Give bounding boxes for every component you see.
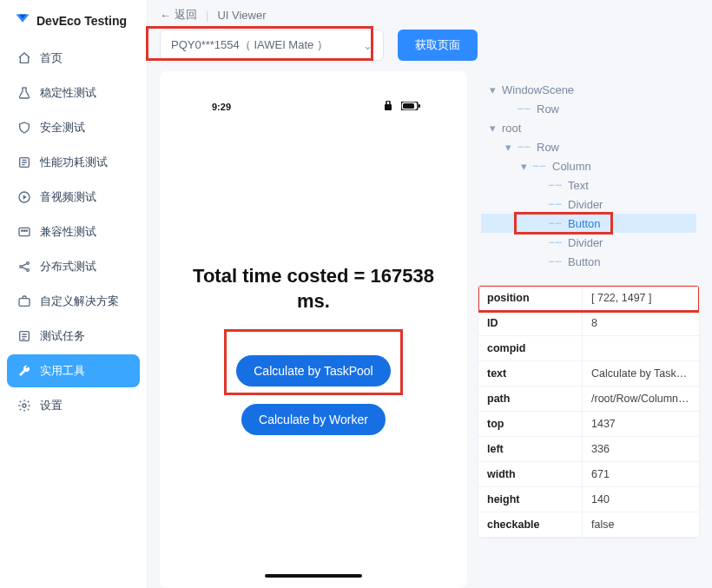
briefcase-icon bbox=[17, 294, 31, 308]
tree-node-label: Divider bbox=[568, 236, 603, 249]
tool-icon bbox=[17, 364, 31, 378]
tree-node-4[interactable]: ▾┄┄Column bbox=[481, 156, 696, 175]
arrow-left-icon: ← bbox=[160, 9, 171, 22]
tree-node-0[interactable]: ▾WindowScene bbox=[481, 80, 696, 99]
tree-connector-icon: ┄┄ bbox=[533, 161, 547, 172]
svg-point-4 bbox=[23, 230, 24, 231]
prop-row-width[interactable]: width671 bbox=[478, 462, 699, 487]
tree-expand-icon: ▾ bbox=[486, 122, 498, 135]
main: ← 返回 | UI Viewer PQY0***1554（ IAWEI Mate… bbox=[148, 0, 712, 588]
result-text: Total time costed = 167538 ms. bbox=[186, 264, 441, 314]
prop-row-path[interactable]: path/root/Row/Column/Bu bbox=[478, 386, 699, 412]
tree-node-label: Column bbox=[552, 160, 591, 173]
tree-expand-icon: ▾ bbox=[486, 83, 498, 96]
tree-node-9[interactable]: ┄┄Button bbox=[481, 252, 696, 271]
properties-table: position[ 722, 1497 ]ID8compidtextCalcul… bbox=[478, 285, 700, 538]
sidebar-nav: 首页稳定性测试安全测试性能功耗测试音视频测试兼容性测试分布式测试自定义解决方案测… bbox=[7, 42, 140, 422]
tree-node-3[interactable]: ▾┄┄Row bbox=[481, 137, 696, 156]
sidebar-item-7[interactable]: 自定义解决方案 bbox=[7, 285, 140, 318]
prop-row-position[interactable]: position[ 722, 1497 ] bbox=[478, 286, 699, 311]
prop-val: /root/Row/Column/Bu bbox=[583, 386, 699, 411]
fetch-page-button[interactable]: 获取页面 bbox=[398, 30, 478, 61]
prop-row-left[interactable]: left336 bbox=[478, 437, 699, 462]
tree-connector-icon: ┄┄ bbox=[518, 103, 531, 115]
sidebar-item-0[interactable]: 首页 bbox=[7, 42, 140, 75]
tree-node-label: Button bbox=[568, 255, 601, 268]
battery-icon bbox=[401, 102, 420, 112]
svg-rect-12 bbox=[385, 104, 392, 110]
calculate-taskpool-label: Calculate by TaskPool bbox=[254, 364, 372, 378]
tree-node-label: root bbox=[502, 122, 521, 135]
sidebar-item-1[interactable]: 稳定性测试 bbox=[7, 76, 140, 109]
gauge-icon bbox=[17, 155, 31, 169]
brand-name: DevEco Testing bbox=[36, 14, 127, 28]
device-selector[interactable]: PQY0***1554（ IAWEI Mate ） ⌄ bbox=[160, 30, 384, 61]
tree-node-1[interactable]: ┄┄Row bbox=[481, 99, 696, 118]
beaker-icon bbox=[17, 86, 31, 100]
tree-node-2[interactable]: ▾root bbox=[481, 118, 696, 137]
toolbar: PQY0***1554（ IAWEI Mate ） ⌄ 获取页面 bbox=[148, 28, 712, 71]
sidebar-item-4[interactable]: 音视频测试 bbox=[7, 181, 140, 214]
chevron-down-icon: ⌄ bbox=[363, 39, 372, 52]
sidebar-item-label: 性能功耗测试 bbox=[40, 155, 108, 170]
device-preview: 9:29 Total time costed = 167538 ms. Calc… bbox=[160, 71, 467, 588]
prop-row-checkable[interactable]: checkablefalse bbox=[478, 512, 699, 538]
sidebar-item-10[interactable]: 设置 bbox=[7, 389, 140, 422]
prop-key: path bbox=[478, 386, 583, 411]
home-icon bbox=[17, 51, 31, 65]
sidebar-item-5[interactable]: 兼容性测试 bbox=[7, 215, 140, 248]
prop-key: width bbox=[478, 462, 583, 486]
svg-point-11 bbox=[23, 404, 26, 407]
tree-node-label: Row bbox=[537, 141, 559, 154]
svg-rect-15 bbox=[419, 104, 420, 108]
shield-icon bbox=[17, 121, 31, 135]
sidebar-item-label: 测试任务 bbox=[40, 328, 85, 344]
svg-rect-9 bbox=[19, 299, 30, 307]
calculate-worker-button[interactable]: Calculate by Worker bbox=[241, 404, 386, 435]
prop-key: compid bbox=[478, 336, 583, 360]
sidebar-item-6[interactable]: 分布式测试 bbox=[7, 250, 140, 283]
tree-node-label: Button bbox=[568, 217, 601, 230]
tree-connector-icon: ┄┄ bbox=[549, 180, 563, 191]
sidebar-item-9[interactable]: 实用工具 bbox=[7, 354, 140, 387]
brand: DevEco Testing bbox=[7, 12, 140, 42]
prop-key: text bbox=[478, 361, 583, 386]
prop-row-text[interactable]: textCalculate by TaskPool bbox=[478, 361, 699, 386]
tree-node-6[interactable]: ┄┄Divider bbox=[481, 195, 696, 214]
prop-key: height bbox=[478, 487, 583, 512]
topbar: ← 返回 | UI Viewer bbox=[148, 0, 712, 28]
tree-node-label: WindowScene bbox=[502, 83, 574, 96]
lock-icon bbox=[384, 101, 392, 113]
svg-point-3 bbox=[22, 230, 23, 231]
sidebar-item-label: 设置 bbox=[40, 398, 63, 413]
gear-icon bbox=[17, 399, 31, 413]
grid-icon bbox=[17, 225, 31, 239]
tree-connector-icon: ┄┄ bbox=[518, 142, 531, 153]
prop-row-ID[interactable]: ID8 bbox=[478, 311, 699, 336]
tree-node-5[interactable]: ┄┄Text bbox=[481, 175, 696, 195]
divider: | bbox=[206, 9, 208, 22]
back-label: 返回 bbox=[175, 7, 197, 23]
tree-node-8[interactable]: ┄┄Divider bbox=[481, 233, 696, 252]
tree-expand-icon: ▾ bbox=[518, 160, 530, 173]
prop-row-compid[interactable]: compid bbox=[478, 336, 699, 361]
svg-point-8 bbox=[27, 269, 30, 272]
prop-val: 336 bbox=[583, 437, 699, 461]
calculate-taskpool-button[interactable]: Calculate by TaskPool bbox=[236, 355, 390, 386]
inspector-pane: ▾WindowScene┄┄Row▾root▾┄┄Row▾┄┄Column┄┄T… bbox=[478, 71, 700, 588]
prop-row-top[interactable]: top1437 bbox=[478, 412, 699, 437]
sidebar-item-2[interactable]: 安全测试 bbox=[7, 111, 140, 144]
tree-connector-icon: ┄┄ bbox=[549, 237, 563, 248]
status-bar: 9:29 bbox=[186, 97, 441, 116]
sidebar-item-label: 音视频测试 bbox=[40, 189, 96, 205]
svg-point-5 bbox=[26, 230, 27, 231]
back-button[interactable]: ← 返回 bbox=[160, 7, 197, 23]
tree-connector-icon: ┄┄ bbox=[549, 218, 563, 229]
svg-point-7 bbox=[27, 262, 30, 265]
prop-val: 140 bbox=[583, 487, 699, 512]
sidebar-item-3[interactable]: 性能功耗测试 bbox=[7, 146, 140, 179]
tree-node-7[interactable]: ┄┄Button bbox=[481, 214, 696, 233]
prop-row-height[interactable]: height140 bbox=[478, 487, 699, 512]
sidebar-item-8[interactable]: 测试任务 bbox=[7, 320, 140, 353]
status-time: 9:29 bbox=[212, 102, 231, 112]
